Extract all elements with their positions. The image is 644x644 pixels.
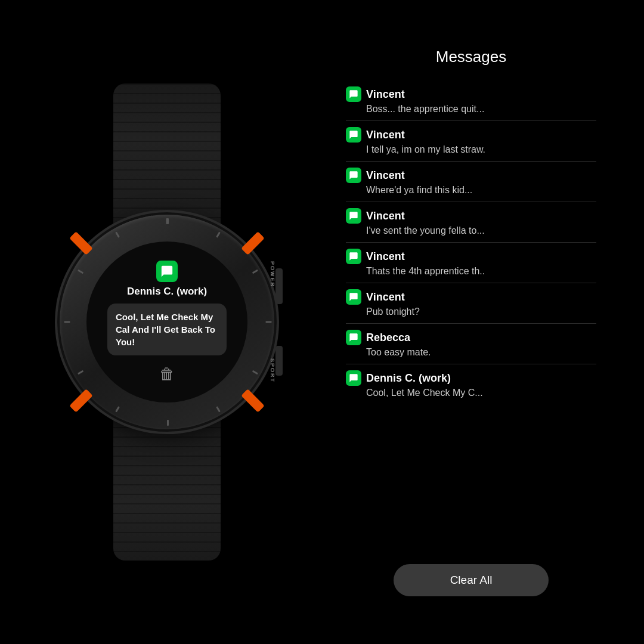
message-item[interactable]: VincentI've sent the young fella to... bbox=[346, 202, 596, 243]
message-item[interactable]: VincentThats the 4th apprentice th.. bbox=[346, 243, 596, 283]
watch-screen: Dennis C. (work) Cool, Let Me Check My C… bbox=[86, 242, 247, 402]
message-preview: Where'd ya find this kid... bbox=[346, 185, 596, 196]
sender-name: Vincent bbox=[366, 88, 405, 101]
messages-app-icon bbox=[346, 249, 361, 264]
watch-case: POWER SPORT Dennis bbox=[60, 215, 274, 429]
message-preview: I've sent the young fella to... bbox=[346, 225, 596, 236]
message-preview: I tell ya, im on my last straw. bbox=[346, 144, 596, 155]
message-item[interactable]: VincentBoss... the apprentice quit... bbox=[346, 80, 596, 121]
strap-bottom bbox=[113, 417, 221, 561]
orange-accent-br bbox=[241, 389, 265, 413]
orange-accent-bl bbox=[69, 389, 93, 413]
power-label: POWER bbox=[270, 261, 275, 287]
power-button[interactable] bbox=[275, 268, 283, 304]
messages-app-icon bbox=[156, 261, 178, 282]
trash-icon[interactable]: 🗑 bbox=[159, 365, 175, 383]
watch-display: POWER SPORT Dennis bbox=[0, 0, 334, 644]
messages-app-icon bbox=[346, 168, 361, 183]
sport-button[interactable] bbox=[275, 346, 283, 376]
message-preview: Pub tonight? bbox=[346, 306, 596, 317]
message-item[interactable]: VincentI tell ya, im on my last straw. bbox=[346, 121, 596, 162]
watch-message-bubble: Cool, Let Me Check My Cal And I'll Get B… bbox=[107, 304, 227, 355]
sender-name: Vincent bbox=[366, 250, 405, 263]
sender-name: Vincent bbox=[366, 291, 405, 304]
message-item[interactable]: VincentPub tonight? bbox=[346, 283, 596, 324]
message-item[interactable]: Dennis C. (work)Cool, Let Me Check My C.… bbox=[346, 364, 596, 404]
sender-name: Vincent bbox=[366, 129, 405, 141]
message-item[interactable]: VincentWhere'd ya find this kid... bbox=[346, 162, 596, 202]
messages-app-icon bbox=[346, 127, 361, 143]
messages-app-icon bbox=[346, 330, 361, 345]
message-preview: Boss... the apprentice quit... bbox=[346, 104, 596, 114]
watch-sender: Dennis C. (work) bbox=[127, 286, 207, 298]
message-preview: Thats the 4th apprentice th.. bbox=[346, 266, 596, 277]
sender-name: Vincent bbox=[366, 169, 405, 182]
messages-app-icon bbox=[346, 370, 361, 386]
orange-accent-tl bbox=[69, 231, 93, 255]
sport-label: SPORT bbox=[270, 358, 275, 383]
message-item[interactable]: RebeccaToo easy mate. bbox=[346, 324, 596, 364]
sender-name: Rebecca bbox=[366, 332, 410, 344]
sender-name: Vincent bbox=[366, 210, 405, 222]
clear-all-button[interactable]: Clear All bbox=[394, 564, 549, 596]
message-preview: Cool, Let Me Check My C... bbox=[346, 388, 596, 398]
sender-name: Dennis C. (work) bbox=[366, 372, 451, 385]
messages-title: Messages bbox=[346, 48, 596, 66]
strap-top bbox=[113, 83, 221, 227]
messages-app-icon bbox=[346, 86, 361, 102]
messages-app-icon bbox=[346, 208, 361, 224]
messages-panel: Messages VincentBoss... the apprentice q… bbox=[334, 0, 620, 644]
orange-accent-tr bbox=[241, 231, 265, 255]
message-preview: Too easy mate. bbox=[346, 347, 596, 358]
messages-app-icon bbox=[346, 289, 361, 305]
message-list: VincentBoss... the apprentice quit...Vin… bbox=[346, 80, 596, 552]
